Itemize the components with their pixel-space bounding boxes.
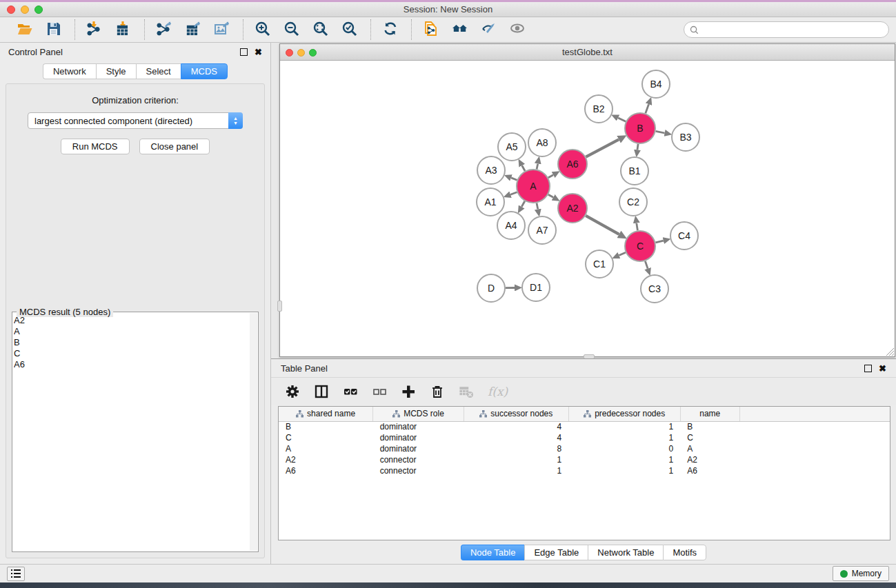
save-button[interactable] bbox=[43, 19, 66, 40]
graph-edge[interactable] bbox=[548, 175, 553, 178]
table-cell[interactable] bbox=[739, 465, 890, 476]
result-item[interactable]: C bbox=[14, 348, 250, 359]
result-item[interactable]: A6 bbox=[14, 359, 250, 370]
run-mcds-button[interactable]: Run MCDS bbox=[61, 139, 130, 154]
resize-grip-icon[interactable] bbox=[885, 347, 894, 356]
criterion-select[interactable]: largest connected component (directed) ▲… bbox=[28, 112, 243, 129]
graph-edge[interactable] bbox=[522, 165, 525, 171]
graph-edge[interactable] bbox=[586, 216, 619, 234]
table-cell[interactable]: C bbox=[680, 432, 739, 443]
graph-edge[interactable] bbox=[586, 139, 619, 156]
graph-edge[interactable] bbox=[537, 163, 538, 169]
table-row[interactable]: A2connector11A2 bbox=[279, 454, 890, 465]
tab-node-table[interactable]: Node Table bbox=[461, 545, 525, 560]
graph-node-A1[interactable]: A1 bbox=[477, 188, 504, 216]
tab-style[interactable]: Style bbox=[96, 63, 136, 79]
table-cell[interactable]: dominator bbox=[373, 432, 464, 443]
tab-motifs[interactable]: Motifs bbox=[663, 545, 706, 560]
graph-node-A7[interactable]: A7 bbox=[528, 216, 556, 244]
task-history-button[interactable] bbox=[7, 567, 25, 581]
table-cell[interactable]: 1 bbox=[568, 432, 680, 443]
export-network-button[interactable] bbox=[153, 19, 177, 40]
graph-edge[interactable] bbox=[645, 261, 648, 269]
tab-select[interactable]: Select bbox=[136, 63, 181, 79]
close-table-panel-icon[interactable]: ✖ bbox=[879, 365, 886, 372]
table-cell[interactable]: dominator bbox=[373, 443, 464, 454]
table-cell[interactable] bbox=[739, 421, 890, 432]
table-cell[interactable]: 1 bbox=[464, 454, 568, 465]
graph-edge[interactable] bbox=[646, 104, 649, 113]
graph-node-C4[interactable]: C4 bbox=[670, 222, 698, 250]
zoom-fit-button[interactable] bbox=[310, 19, 333, 40]
table-cell[interactable]: C bbox=[279, 432, 373, 443]
table-cell[interactable] bbox=[739, 454, 890, 465]
graph-node-D[interactable]: D bbox=[477, 274, 505, 302]
graph-node-B4[interactable]: B4 bbox=[642, 70, 670, 98]
graph-edge[interactable] bbox=[618, 118, 626, 121]
divider-grip-left[interactable] bbox=[277, 301, 282, 312]
graph-edge[interactable] bbox=[619, 252, 626, 255]
zoom-selected-button[interactable] bbox=[339, 19, 362, 40]
table-cell[interactable] bbox=[739, 432, 890, 443]
graph-node-B1[interactable]: B1 bbox=[621, 157, 648, 185]
table-cell[interactable]: 1 bbox=[568, 421, 680, 432]
table-cell[interactable]: 1 bbox=[568, 465, 680, 476]
network-close-button[interactable] bbox=[286, 49, 293, 57]
graph-edge[interactable] bbox=[511, 178, 517, 180]
table-row[interactable]: Cdominator41C bbox=[279, 432, 890, 443]
gear-button[interactable] bbox=[285, 384, 300, 399]
graph-node-A3[interactable]: A3 bbox=[477, 156, 505, 184]
graph-node-C2[interactable]: C2 bbox=[619, 188, 647, 216]
split-view-button[interactable] bbox=[314, 384, 329, 399]
table-row[interactable]: Bdominator41B bbox=[279, 421, 890, 432]
network-canvas[interactable]: B4 B2 B B3 A5 A8 A6 A3 B1 A A1 C2 A2 A4 … bbox=[280, 61, 895, 356]
open-folder-button[interactable] bbox=[14, 19, 37, 40]
network-minimize-button[interactable] bbox=[297, 49, 305, 57]
table-cell[interactable]: connector bbox=[373, 465, 464, 476]
graph-node-A5[interactable]: A5 bbox=[498, 133, 526, 161]
network-zoom-button[interactable] bbox=[309, 49, 317, 57]
table-cell[interactable]: 1 bbox=[568, 454, 680, 465]
home-view-button[interactable] bbox=[449, 19, 472, 40]
float-panel-icon[interactable] bbox=[240, 48, 248, 56]
graph-node-B3[interactable]: B3 bbox=[672, 123, 699, 151]
column-header-name[interactable]: name bbox=[680, 407, 739, 421]
column-header-MCDS-role[interactable]: MCDS role bbox=[373, 407, 464, 421]
refresh-button[interactable] bbox=[379, 19, 403, 40]
table-cell[interactable]: A2 bbox=[680, 454, 739, 465]
table-cell[interactable]: A bbox=[680, 443, 739, 454]
mcds-result-list[interactable]: A2ABCA6 bbox=[14, 315, 250, 550]
graph-node-A6[interactable]: A6 bbox=[558, 150, 587, 179]
table-cell[interactable]: B bbox=[279, 421, 373, 432]
table-cell[interactable]: dominator bbox=[373, 421, 464, 432]
graph-node-D1[interactable]: D1 bbox=[522, 274, 550, 301]
graph-edge[interactable] bbox=[637, 223, 638, 231]
graph-node-A4[interactable]: A4 bbox=[497, 212, 525, 239]
graph-edge[interactable] bbox=[656, 131, 665, 133]
hide-graphics-button[interactable] bbox=[478, 19, 501, 40]
float-table-panel-icon[interactable] bbox=[864, 365, 872, 372]
search-field[interactable] bbox=[684, 21, 889, 38]
table-cell[interactable]: 4 bbox=[464, 432, 568, 443]
table-row[interactable]: A6connector11A6 bbox=[279, 465, 890, 476]
network-window-titlebar[interactable]: testGlobe.txt bbox=[280, 44, 895, 61]
graph-edge[interactable] bbox=[521, 201, 525, 207]
search-input[interactable] bbox=[701, 25, 883, 34]
column-header-predecessor-nodes[interactable]: predecessor nodes bbox=[568, 407, 680, 421]
tab-mcds[interactable]: MCDS bbox=[181, 63, 228, 79]
graph-edge[interactable] bbox=[548, 194, 553, 197]
graph-node-A8[interactable]: A8 bbox=[528, 129, 556, 156]
graph-node-C1[interactable]: C1 bbox=[586, 250, 613, 278]
table-cell[interactable]: 1 bbox=[464, 465, 568, 476]
table-cell[interactable]: A bbox=[279, 443, 373, 454]
zoom-out-button[interactable] bbox=[281, 19, 304, 40]
graph-edge[interactable] bbox=[655, 241, 663, 243]
result-item[interactable]: A bbox=[14, 326, 250, 337]
close-window-button[interactable] bbox=[7, 6, 15, 14]
graph-node-C[interactable]: C bbox=[625, 231, 655, 261]
close-panel-icon[interactable]: ✖ bbox=[255, 48, 262, 56]
export-image-button[interactable] bbox=[211, 19, 235, 40]
table-cell[interactable]: 0 bbox=[568, 443, 680, 454]
tab-network[interactable]: Network bbox=[43, 63, 96, 79]
export-table-button[interactable] bbox=[182, 19, 206, 40]
